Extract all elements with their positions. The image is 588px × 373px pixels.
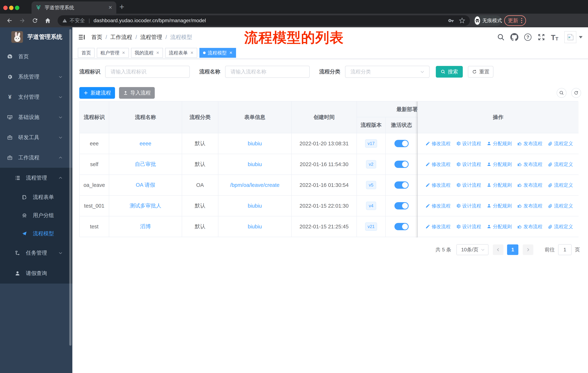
sidebar-item-infrastructure[interactable]: 基础设施 <box>0 107 72 127</box>
traffic-zoom-button[interactable] <box>15 6 19 10</box>
design-process-link[interactable]: 设计流程 <box>456 141 481 147</box>
next-page-button[interactable] <box>523 244 533 255</box>
assign-rule-link[interactable]: 分配规则 <box>487 161 512 168</box>
edit-process-link[interactable]: 修改流程 <box>425 141 451 147</box>
fullscreen-icon[interactable] <box>537 33 545 41</box>
publish-process-link[interactable]: 发布流程 <box>517 182 542 188</box>
breadcrumb-item[interactable]: 首页 <box>91 33 102 41</box>
sidebar-item-system[interactable]: 系统管理 <box>0 67 72 87</box>
sidebar-item-process-management[interactable]: 流程管理 <box>0 168 72 188</box>
search-button[interactable]: 搜索 <box>436 66 463 78</box>
form-info-link[interactable]: biubiu <box>248 224 262 230</box>
tag-my-process[interactable]: 我的流程 ✕ <box>131 48 163 58</box>
process-name-link[interactable]: 测试多审批人 <box>130 202 161 210</box>
version-badge[interactable]: v17 <box>365 139 377 148</box>
design-process-link[interactable]: 设计流程 <box>456 203 481 209</box>
tag-process-model[interactable]: 流程模型 ✕ <box>200 48 236 58</box>
publish-process-link[interactable]: 发布流程 <box>517 203 542 209</box>
active-toggle[interactable] <box>394 202 409 210</box>
sidebar-item-workflow[interactable]: 工作流程 <box>0 148 72 168</box>
forward-icon[interactable] <box>19 17 26 24</box>
tag-close-icon[interactable]: ✕ <box>190 51 194 55</box>
edit-process-link[interactable]: 修改流程 <box>425 203 451 209</box>
process-definition-link[interactable]: 流程定义 <box>548 223 573 230</box>
version-badge[interactable]: v21 <box>365 222 377 231</box>
browser-tab[interactable]: 芋道管理系统 ✕ <box>32 1 116 14</box>
avatar-caret-icon[interactable] <box>579 36 583 39</box>
version-badge[interactable]: v5 <box>366 181 376 189</box>
app-logo-row[interactable]: 芋道管理系统 <box>0 27 72 46</box>
bookmark-star-icon[interactable] <box>459 18 465 24</box>
toggle-search-button[interactable] <box>557 88 567 98</box>
version-badge[interactable]: v4 <box>366 202 376 210</box>
assign-rule-link[interactable]: 分配规则 <box>487 182 512 188</box>
github-icon[interactable] <box>510 33 518 41</box>
sidebar-item-leave-query[interactable]: 请假查询 <box>0 263 72 283</box>
sidebar-collapse-icon[interactable] <box>78 33 85 41</box>
process-definition-link[interactable]: 流程定义 <box>548 203 573 209</box>
tab-close-icon[interactable]: ✕ <box>108 5 112 10</box>
reload-icon[interactable] <box>32 17 38 24</box>
process-name-link[interactable]: 自己审批 <box>135 161 156 168</box>
process-name-input[interactable] <box>225 66 310 78</box>
tag-home[interactable]: 首页 <box>78 48 94 58</box>
edit-process-link[interactable]: 修改流程 <box>425 182 451 188</box>
form-info-link[interactable]: biubiu <box>248 203 262 209</box>
process-id-input[interactable] <box>105 66 190 78</box>
sidebar-item-home[interactable]: 首页 <box>0 46 72 67</box>
form-info-link[interactable]: biubiu <box>248 161 262 167</box>
publish-process-link[interactable]: 发布流程 <box>517 161 542 168</box>
process-name-link[interactable]: OA 请假 <box>136 181 155 189</box>
tag-close-icon[interactable]: ✕ <box>229 51 232 55</box>
prev-page-button[interactable] <box>493 244 504 255</box>
process-definition-link[interactable]: 流程定义 <box>548 182 573 188</box>
tag-tenant[interactable]: 租户管理 ✕ <box>97 48 129 58</box>
design-process-link[interactable]: 设计流程 <box>456 182 481 188</box>
home-icon[interactable] <box>44 17 51 24</box>
publish-process-link[interactable]: 发布流程 <box>517 223 542 230</box>
edit-process-link[interactable]: 修改流程 <box>425 223 451 230</box>
active-toggle[interactable] <box>394 181 409 189</box>
create-process-button[interactable]: 新建流程 <box>79 87 115 99</box>
new-tab-button[interactable]: + <box>119 2 124 11</box>
sidebar-item-user-group[interactable]: 用户分组 <box>0 206 72 225</box>
page-size-select[interactable]: 10条/页 <box>456 244 488 255</box>
font-size-icon[interactable]: TT <box>551 33 559 41</box>
edit-process-link[interactable]: 修改流程 <box>425 161 451 168</box>
refresh-button[interactable] <box>571 88 581 98</box>
traffic-minimize-button[interactable] <box>9 6 13 10</box>
process-name-link[interactable]: eeee <box>140 141 151 147</box>
back-icon[interactable] <box>6 17 13 24</box>
design-process-link[interactable]: 设计流程 <box>456 161 481 168</box>
avatar[interactable] <box>564 31 576 43</box>
import-process-button[interactable]: 导入流程 <box>119 87 155 99</box>
tag-process-form[interactable]: 流程表单 ✕ <box>165 48 197 58</box>
tag-close-icon[interactable]: ✕ <box>156 51 159 55</box>
browser-menu-update-button[interactable]: 更新 <box>504 15 526 26</box>
page-number-1[interactable]: 1 <box>507 244 518 255</box>
process-name-link[interactable]: 滔博 <box>140 223 151 230</box>
active-toggle[interactable] <box>394 161 409 168</box>
assign-rule-link[interactable]: 分配规则 <box>487 223 512 230</box>
tag-close-icon[interactable]: ✕ <box>122 51 125 55</box>
sidebar-item-process-form[interactable]: 流程表单 <box>0 188 72 206</box>
active-toggle[interactable] <box>394 223 409 230</box>
search-icon[interactable] <box>497 33 505 41</box>
process-definition-link[interactable]: 流程定义 <box>548 141 573 147</box>
sidebar-item-devtools[interactable]: 研发工具 <box>0 127 72 148</box>
help-icon[interactable]: ? <box>524 33 532 41</box>
goto-page-input[interactable] <box>558 244 572 255</box>
address-bar[interactable]: 不安全 | dashboard.yudao.iocoder.cn/bpm/man… <box>58 15 470 26</box>
sidebar-item-task-management[interactable]: 任务管理 <box>0 243 72 263</box>
sidebar-item-payment[interactable]: ¥ 支付管理 <box>0 87 72 107</box>
reset-button[interactable]: 重置 <box>468 66 494 78</box>
traffic-close-button[interactable] <box>3 6 8 10</box>
process-definition-link[interactable]: 流程定义 <box>548 161 573 168</box>
breadcrumb-item[interactable]: 工作流程 <box>110 33 132 41</box>
form-info-link[interactable]: /bpm/oa/leave/create <box>230 182 280 188</box>
version-badge[interactable]: v2 <box>366 160 376 169</box>
assign-rule-link[interactable]: 分配规则 <box>487 141 512 147</box>
design-process-link[interactable]: 设计流程 <box>456 223 481 230</box>
active-toggle[interactable] <box>394 140 409 147</box>
sidebar-scrollbar[interactable] <box>69 29 72 346</box>
